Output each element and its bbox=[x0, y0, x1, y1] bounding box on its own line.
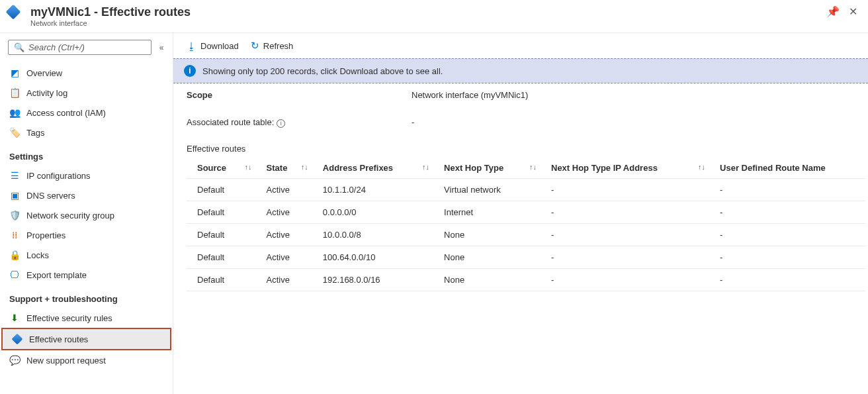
col-source[interactable]: Source↑↓ bbox=[187, 158, 263, 179]
toolbar: ⭳Download ↻Refresh bbox=[173, 33, 868, 58]
cell-prefix: 0.0.0.0/0 bbox=[319, 201, 440, 223]
cell-source: Default bbox=[187, 178, 263, 201]
col-next-hop-ip[interactable]: Next Hop Type IP Address↑↓ bbox=[547, 158, 716, 179]
effective-routes-table: Source↑↓ State↑↓ Address Prefixes↑↓ Next… bbox=[187, 158, 865, 291]
download-button[interactable]: ⭳Download bbox=[187, 40, 239, 52]
sidebar-item-effective-security-rules[interactable]: ⬇Effective security rules bbox=[0, 308, 173, 328]
eff-routes-icon bbox=[12, 334, 22, 344]
col-next-hop-type[interactable]: Next Hop Type↑↓ bbox=[440, 158, 547, 179]
cell-hop: None bbox=[440, 268, 547, 291]
sidebar-item-properties[interactable]: ⁞⁞Properties bbox=[0, 225, 173, 245]
cell-prefix: 100.64.0.0/10 bbox=[319, 246, 440, 268]
sidebar-item-label: IP configurations bbox=[26, 171, 91, 181]
cell-state: Active bbox=[263, 223, 319, 246]
locks-icon: 🔒 bbox=[9, 250, 20, 260]
cell-source: Default bbox=[187, 201, 263, 223]
sort-icon: ↑↓ bbox=[245, 163, 252, 171]
tags-icon: 🏷️ bbox=[9, 127, 20, 138]
sidebar: 🔍 Search (Ctrl+/) « ◩Overview 📋Activity … bbox=[0, 33, 173, 394]
sidebar-item-label: Access control (IAM) bbox=[26, 108, 106, 118]
activity-log-icon: 📋 bbox=[9, 87, 20, 98]
sidebar-item-activity-log[interactable]: 📋Activity log bbox=[0, 83, 173, 103]
sidebar-item-label: Export template bbox=[26, 270, 87, 280]
sidebar-item-label: DNS servers bbox=[26, 191, 75, 201]
cell-ip: - bbox=[547, 223, 716, 246]
sidebar-item-label: Effective routes bbox=[29, 334, 88, 344]
table-row: DefaultActive10.1.1.0/24Virtual network-… bbox=[187, 178, 865, 201]
sidebar-item-effective-routes[interactable]: Effective routes bbox=[3, 329, 170, 349]
sidebar-item-new-support-request[interactable]: 💬New support request bbox=[0, 350, 173, 370]
col-address-prefixes[interactable]: Address Prefixes↑↓ bbox=[319, 158, 440, 179]
info-tooltip-icon[interactable]: i bbox=[277, 119, 285, 128]
page-title: myVMNic1 - Effective routes bbox=[30, 5, 826, 19]
scope-label: Scope bbox=[187, 90, 412, 100]
access-control-icon: 👥 bbox=[9, 107, 20, 118]
cell-ip: - bbox=[547, 246, 716, 268]
cell-state: Active bbox=[263, 268, 319, 291]
table-row: DefaultActive0.0.0.0/0Internet-- bbox=[187, 201, 865, 223]
sidebar-item-access-control[interactable]: 👥Access control (IAM) bbox=[0, 103, 173, 123]
cell-udr: - bbox=[716, 268, 865, 291]
table-title: Effective routes bbox=[173, 134, 868, 158]
sidebar-section-settings: Settings bbox=[0, 142, 173, 166]
sort-icon: ↑↓ bbox=[698, 163, 705, 171]
col-udr-name[interactable]: User Defined Route Name bbox=[716, 158, 865, 179]
sidebar-item-label: New support request bbox=[26, 356, 106, 366]
page-subtitle: Network interface bbox=[30, 19, 826, 27]
download-icon: ⭳ bbox=[187, 40, 196, 52]
sidebar-item-label: Properties bbox=[26, 230, 65, 240]
assoc-route-table-value: - bbox=[412, 117, 414, 128]
pin-icon[interactable]: 📌 bbox=[826, 5, 840, 18]
info-icon: i bbox=[184, 65, 196, 77]
sidebar-item-label: Effective security rules bbox=[26, 313, 112, 323]
sidebar-item-tags[interactable]: 🏷️Tags bbox=[0, 123, 173, 142]
header-title-block: myVMNic1 - Effective routes Network inte… bbox=[30, 5, 826, 27]
cell-source: Default bbox=[187, 268, 263, 291]
sidebar-item-label: Tags bbox=[26, 128, 44, 138]
cell-udr: - bbox=[716, 246, 865, 268]
cell-source: Default bbox=[187, 223, 263, 246]
cell-source: Default bbox=[187, 246, 263, 268]
sort-icon: ↑↓ bbox=[422, 163, 429, 171]
sidebar-item-nsg[interactable]: 🛡️Network security group bbox=[0, 205, 173, 225]
cell-state: Active bbox=[263, 201, 319, 223]
main-content: ⭳Download ↻Refresh i Showing only top 20… bbox=[173, 33, 868, 394]
search-input[interactable]: 🔍 Search (Ctrl+/) bbox=[8, 40, 152, 55]
table-row: DefaultActive192.168.0.0/16None-- bbox=[187, 268, 865, 291]
refresh-icon: ↻ bbox=[251, 40, 259, 52]
cell-udr: - bbox=[716, 223, 865, 246]
download-label: Download bbox=[200, 41, 239, 51]
sort-icon: ↑↓ bbox=[301, 163, 308, 171]
nsg-icon: 🛡️ bbox=[9, 210, 20, 221]
table-row: DefaultActive10.0.0.0/8None-- bbox=[187, 223, 865, 246]
scope-value: Network interface (myVMNic1) bbox=[412, 90, 528, 100]
col-state[interactable]: State↑↓ bbox=[263, 158, 319, 179]
search-placeholder: Search (Ctrl+/) bbox=[28, 42, 85, 52]
sidebar-section-support: Support + troubleshooting bbox=[0, 285, 173, 308]
sidebar-item-label: Network security group bbox=[26, 211, 114, 221]
sidebar-item-locks[interactable]: 🔒Locks bbox=[0, 245, 173, 265]
cell-hop: Virtual network bbox=[440, 178, 547, 201]
properties-icon: ⁞⁞ bbox=[9, 230, 20, 240]
info-banner-text: Showing only top 200 records, click Down… bbox=[202, 66, 443, 76]
sidebar-item-export-template[interactable]: 🖵Export template bbox=[0, 265, 173, 285]
sidebar-item-dns-servers[interactable]: ▣DNS servers bbox=[0, 185, 173, 205]
cell-ip: - bbox=[547, 268, 716, 291]
eff-security-rules-icon: ⬇ bbox=[9, 313, 20, 323]
sidebar-item-ip-configurations[interactable]: ☰IP configurations bbox=[0, 166, 173, 185]
cell-hop: Internet bbox=[440, 201, 547, 223]
cell-prefix: 10.0.0.0/8 bbox=[319, 223, 440, 246]
export-template-icon: 🖵 bbox=[9, 270, 20, 280]
new-support-icon: 💬 bbox=[9, 355, 20, 366]
cell-udr: - bbox=[716, 201, 865, 223]
refresh-button[interactable]: ↻Refresh bbox=[251, 40, 294, 52]
close-icon[interactable]: ✕ bbox=[849, 5, 857, 18]
collapse-sidebar-icon[interactable]: « bbox=[155, 43, 167, 52]
cell-prefix: 192.168.0.0/16 bbox=[319, 268, 440, 291]
cell-hop: None bbox=[440, 246, 547, 268]
cell-ip: - bbox=[547, 178, 716, 201]
sidebar-item-label: Activity log bbox=[26, 88, 67, 98]
table-row: DefaultActive100.64.0.0/10None-- bbox=[187, 246, 865, 268]
cell-prefix: 10.1.1.0/24 bbox=[319, 178, 440, 201]
sidebar-item-overview[interactable]: ◩Overview bbox=[0, 63, 173, 83]
